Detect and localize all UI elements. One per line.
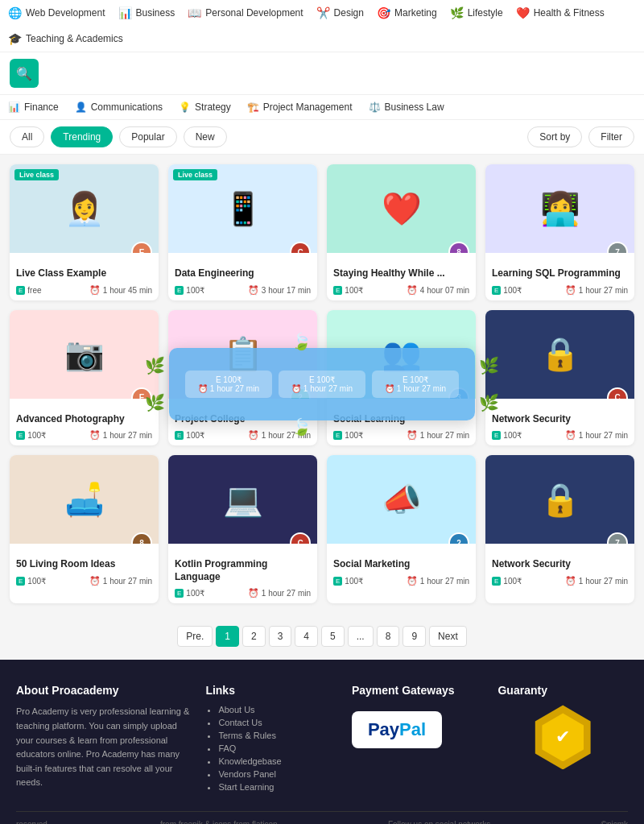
sub-nav-item-strategy[interactable]: 💡Strategy: [179, 101, 231, 113]
course-duration: ⏰ 1 hour 45 min: [89, 285, 152, 296]
sub-nav-item-communications[interactable]: 👤Communications: [75, 101, 163, 113]
course-card-10[interactable]: 💻 C Kotlin Programming Language E 100₹ ⏰…: [168, 455, 317, 603]
overlay-card-time: ⏰ 1 hour 27 min: [287, 384, 357, 393]
course-card-2[interactable]: Live class 📱 C Data Engineering E 100₹ ⏰…: [168, 164, 317, 300]
top-nav-item-health-&-fitness[interactable]: ❤️Health & Fitness: [516, 6, 605, 19]
course-card-4[interactable]: 👩‍💻 7 Learning SQL Programming E 100₹ ⏰ …: [485, 164, 634, 300]
course-card-11[interactable]: 📣 2 Social Marketing E 100₹ ⏰ 1 hour 27 …: [327, 455, 476, 603]
clock-icon: ⏰: [565, 285, 576, 296]
clock-icon: ⏰: [407, 576, 418, 586]
course-price: E 100₹: [492, 577, 522, 586]
footer-link-vendors-panel[interactable]: Vendors Panel: [218, 769, 336, 779]
price-value: 100₹: [27, 431, 46, 440]
sub-nav-icon: 👤: [75, 101, 87, 113]
filter-btn-popular[interactable]: Popular: [119, 126, 176, 147]
course-thumbnail: 🛋️ 8: [10, 455, 159, 544]
clock-icon: ⏰: [89, 285, 101, 296]
nav-icon: ❤️: [516, 6, 530, 19]
price-value: 100₹: [186, 589, 204, 598]
leaf-decoration: 🍃: [291, 332, 312, 351]
course-duration: ⏰ 1 hour 27 min: [89, 576, 152, 586]
clock-icon: ⏰: [89, 576, 101, 586]
course-meta: E 100₹ ⏰ 1 hour 27 min: [175, 430, 311, 441]
course-title: Learning SQL Programming: [492, 267, 628, 280]
pagination-next[interactable]: Next: [429, 626, 467, 647]
clock-icon: ⏰: [248, 430, 259, 441]
pagination-page-9[interactable]: 9: [402, 626, 426, 647]
course-card-8[interactable]: 🔒 C Network Security E 100₹ ⏰ 1 hour 27 …: [485, 310, 634, 446]
top-nav-item-lifestyle[interactable]: 🌿Lifestyle: [450, 6, 503, 19]
overlay-cards-row: E 100₹ ⏰ 1 hour 27 min E 100₹ ⏰ 1 hour 2…: [185, 371, 459, 398]
course-duration: ⏰ 1 hour 27 min: [565, 430, 628, 441]
footer-link-contact-us[interactable]: Contact Us: [218, 718, 336, 727]
course-card-9[interactable]: 🛋️ 8 50 Living Room Ideas E 100₹ ⏰ 1 hou…: [10, 455, 159, 603]
course-title: Kotlin Programming Language: [175, 558, 311, 583]
price-icon: E: [16, 286, 25, 295]
filter-btn-new[interactable]: New: [184, 126, 227, 147]
footer-guaranty-title: Guaranty: [497, 684, 628, 697]
clock-icon: ⏰: [248, 588, 259, 598]
overlay-card-price: E 100₹: [287, 375, 357, 384]
overlay-popup: 🌿🌿🌿🌿🍃🍃 E 100₹ ⏰ 1 hour 27 min E 100₹ ⏰ 1…: [169, 348, 475, 420]
course-illustration: 📣: [327, 455, 476, 544]
course-illustration: ❤️: [327, 164, 476, 253]
course-title: Social Marketing: [333, 558, 469, 571]
course-price: E 100₹: [333, 431, 363, 440]
price-icon: E: [333, 431, 342, 440]
overlay-card-price: E 100₹: [193, 375, 264, 384]
sub-nav-item-project-management[interactable]: 🏗️Project Management: [247, 101, 353, 113]
course-info: Data Engineering E 100₹ ⏰ 3 hour 17 min: [168, 253, 317, 300]
course-price: E 100₹: [492, 431, 522, 440]
course-price: E 100₹: [333, 577, 363, 586]
course-meta: E 100₹ ⏰ 1 hour 27 min: [492, 285, 628, 296]
price-icon: E: [16, 431, 25, 440]
course-card-12[interactable]: 🔒 7 Network Security E 100₹ ⏰ 1 hour 27 …: [485, 455, 634, 603]
price-value: 100₹: [186, 431, 204, 440]
course-thumbnail: 📷 E: [10, 310, 159, 399]
top-nav-item-design[interactable]: ✂️Design: [316, 6, 364, 19]
sub-nav-label: Project Management: [263, 101, 353, 113]
overlay-card: E 100₹ ⏰ 1 hour 27 min: [279, 371, 365, 398]
top-nav-item-personal-development[interactable]: 📖Personal Development: [188, 6, 303, 19]
pagination-prev[interactable]: Pre.: [177, 626, 213, 647]
footer-copyright: reserved.: [16, 820, 50, 824]
nav-label: Teaching & Academics: [26, 33, 123, 44]
course-info: Live Class Example E free ⏰ 1 hour 45 mi…: [10, 253, 159, 300]
clock-icon: ⏰: [407, 430, 418, 441]
pagination-page-5[interactable]: 5: [321, 626, 345, 647]
top-nav-item-marketing[interactable]: 🎯Marketing: [377, 6, 437, 19]
filter-right-btn-filter[interactable]: Filter: [588, 126, 634, 147]
pagination-page-4[interactable]: 4: [295, 626, 318, 647]
footer-link-terms-&-rules[interactable]: Terms & Rules: [218, 731, 336, 740]
leaf-decoration: 🌿: [479, 356, 499, 375]
nav-label: Business: [136, 7, 175, 19]
duration-value: 1 hour 27 min: [579, 286, 628, 295]
search-button[interactable]: 🔍: [10, 59, 39, 88]
duration-value: 3 hour 17 min: [262, 286, 311, 295]
course-thumbnail: 💻 C: [168, 455, 317, 544]
pagination-page-3[interactable]: 3: [269, 626, 292, 647]
search-icon: 🔍: [16, 66, 32, 81]
top-nav-item-teaching-&-academics[interactable]: 🎓Teaching & Academics: [8, 32, 123, 45]
top-nav-item-web-development[interactable]: 🌐Web Development: [8, 6, 105, 19]
footer-link-about-us[interactable]: About Us: [218, 705, 336, 714]
pagination-page-2[interactable]: 2: [242, 626, 266, 647]
filter-btn-trending[interactable]: Trending: [51, 126, 113, 147]
footer-link-start-learning[interactable]: Start Learning: [218, 782, 336, 792]
sub-nav-item-business-law[interactable]: ⚖️Business Law: [369, 101, 444, 113]
footer-link-faq[interactable]: FAQ: [218, 743, 336, 753]
sub-nav-item-finance[interactable]: 📊Finance: [8, 101, 59, 113]
price-icon: E: [333, 286, 342, 295]
filter-right-btn-sort-by[interactable]: Sort by: [527, 126, 582, 147]
pagination-page-8[interactable]: 8: [377, 626, 400, 647]
footer-link-knowledgebase[interactable]: Knowledgebase: [218, 756, 336, 766]
top-nav-item-business[interactable]: 📊Business: [118, 6, 175, 19]
course-card-3[interactable]: ❤️ 8 Staying Healthy While ... E 100₹ ⏰ …: [327, 164, 476, 300]
duration-value: 1 hour 27 min: [262, 589, 311, 598]
course-info: 50 Living Room Ideas E 100₹ ⏰ 1 hour 27 …: [10, 544, 159, 591]
course-card-5[interactable]: 📷 E Advanced Photography E 100₹ ⏰ 1 hour…: [10, 310, 159, 446]
filter-btn-all[interactable]: All: [10, 126, 44, 147]
course-card-1[interactable]: Live class 👩‍💼 E Live Class Example E fr…: [10, 164, 159, 300]
sub-nav-label: Communications: [91, 101, 163, 113]
pagination-page-1[interactable]: 1: [216, 626, 239, 647]
